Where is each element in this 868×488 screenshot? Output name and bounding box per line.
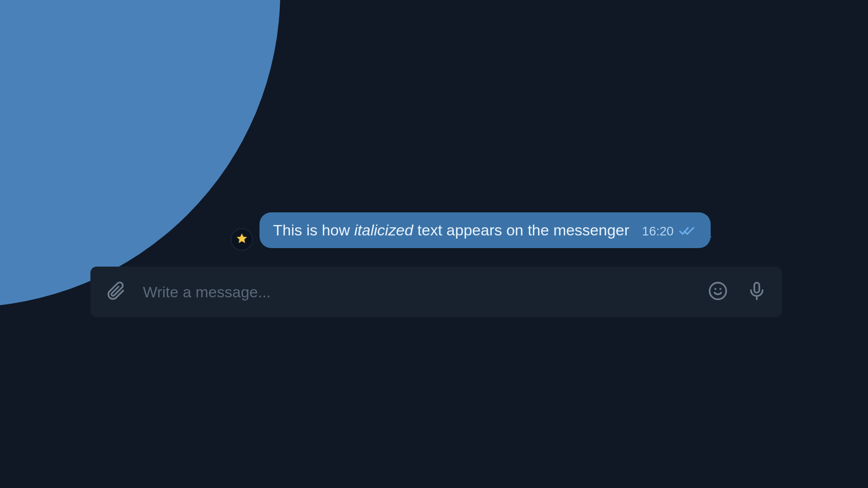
outgoing-message-row: This is how italicized text appears on t… <box>231 212 711 248</box>
message-input[interactable] <box>143 283 691 301</box>
emoji-button[interactable] <box>706 280 730 304</box>
decorative-arc <box>0 0 280 307</box>
mic-icon <box>747 281 767 303</box>
mic-button[interactable] <box>745 280 769 304</box>
bubble-tail <box>700 236 715 248</box>
star-icon <box>236 232 248 247</box>
message-text-post: text appears on the messenger <box>413 221 629 239</box>
svg-point-0 <box>710 283 726 300</box>
message-meta: 16:20 <box>642 223 695 239</box>
composer-bar <box>90 267 782 317</box>
emoji-icon <box>708 281 728 303</box>
message-text: This is how italicized text appears on t… <box>273 221 629 240</box>
svg-point-1 <box>714 288 716 290</box>
attach-button[interactable] <box>104 280 127 304</box>
attach-icon <box>106 281 126 303</box>
star-badge <box>231 228 253 251</box>
message-time: 16:20 <box>642 223 674 239</box>
svg-point-2 <box>719 288 721 290</box>
message-text-pre: This is how <box>273 221 354 239</box>
svg-rect-3 <box>755 283 760 293</box>
message-text-italic: italicized <box>354 221 413 239</box>
double-check-icon <box>679 225 695 237</box>
message-bubble[interactable]: This is how italicized text appears on t… <box>259 212 711 248</box>
